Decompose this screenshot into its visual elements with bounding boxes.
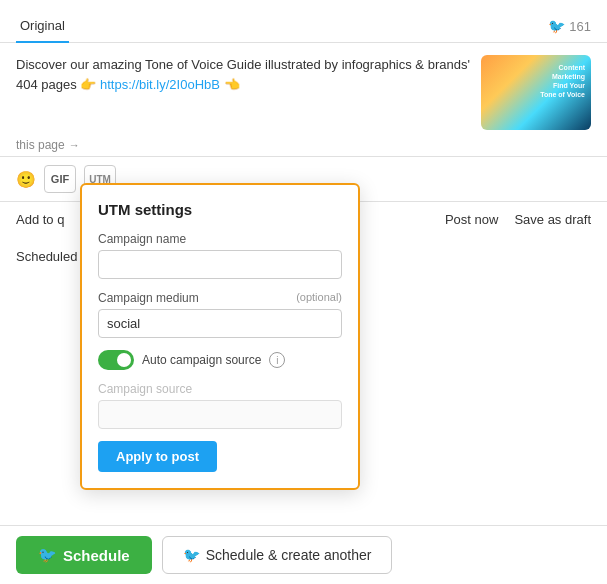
- emoji-button[interactable]: 🙂: [16, 170, 36, 189]
- page-link-arrow: →: [69, 139, 80, 151]
- page-link-label: this page: [16, 138, 65, 152]
- schedule-bird-icon: 🐦: [38, 546, 57, 564]
- toggle-slider: [98, 350, 134, 370]
- save-draft-button[interactable]: Save as draft: [514, 212, 591, 227]
- campaign-source-label: Campaign source: [98, 382, 342, 396]
- schedule-another-button[interactable]: 🐦 Schedule & create another: [162, 536, 393, 574]
- content-area: Discover our amazing Tone of Voice Guide…: [0, 43, 607, 525]
- apply-to-post-button[interactable]: Apply to post: [98, 441, 217, 472]
- campaign-medium-label: Campaign medium (optional): [98, 291, 342, 305]
- post-text-area: Discover our amazing Tone of Voice Guide…: [0, 43, 607, 134]
- schedule-button[interactable]: 🐦 Schedule: [16, 536, 152, 574]
- campaign-name-input[interactable]: [98, 250, 342, 279]
- page-container: Original 🐦 161 Discover our amazing Tone…: [0, 0, 607, 584]
- optional-label: (optional): [296, 291, 342, 303]
- utm-modal-title: UTM settings: [98, 201, 342, 218]
- auto-campaign-label: Auto campaign source: [142, 353, 261, 367]
- twitter-bird-icon: 🐦: [548, 18, 565, 34]
- tab-original[interactable]: Original: [16, 10, 69, 43]
- auto-campaign-toggle[interactable]: [98, 350, 134, 370]
- page-link-row: this page →: [0, 134, 607, 156]
- bottom-buttons: 🐦 Schedule 🐦 Schedule & create another: [0, 525, 607, 584]
- gif-button[interactable]: GIF: [44, 165, 76, 193]
- post-text: Discover our amazing Tone of Voice Guide…: [16, 55, 471, 130]
- campaign-medium-input[interactable]: [98, 309, 342, 338]
- post-link[interactable]: https://bit.ly/2I0oHbB: [100, 77, 220, 92]
- add-to-queue-label: Add to q: [16, 212, 64, 227]
- campaign-name-label: Campaign name: [98, 232, 342, 246]
- campaign-source-input[interactable]: [98, 400, 342, 429]
- info-icon[interactable]: i: [269, 352, 285, 368]
- post-now-button[interactable]: Post now: [445, 212, 498, 227]
- schedule-another-bird-icon: 🐦: [183, 547, 200, 563]
- auto-campaign-row: Auto campaign source i: [98, 350, 342, 370]
- post-thumbnail: ContentMarketingFind YourTone of Voice: [481, 55, 591, 130]
- twitter-count-display: 🐦 161: [548, 18, 591, 34]
- utm-modal: UTM settings Campaign name Campaign medi…: [80, 183, 360, 490]
- thumb-text: ContentMarketingFind YourTone of Voice: [540, 63, 585, 99]
- tab-bar: Original 🐦 161: [0, 0, 607, 43]
